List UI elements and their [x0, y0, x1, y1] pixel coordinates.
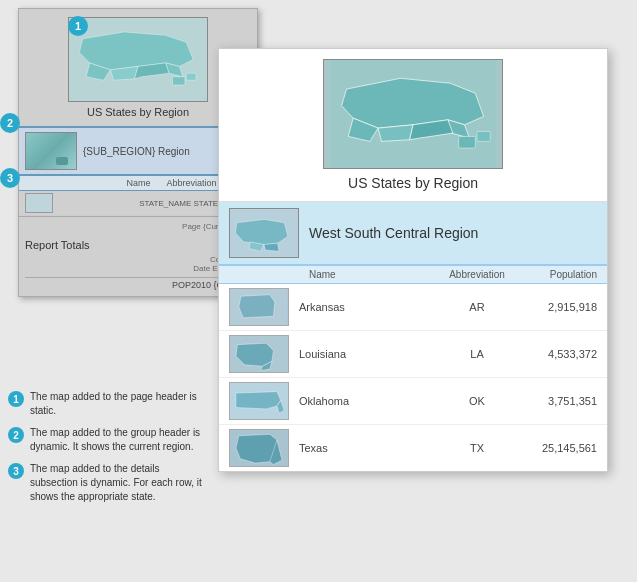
report-foreground: US States by Region West South Central R…	[218, 48, 608, 472]
fg-row-pop-1: 4,533,372	[517, 348, 597, 360]
svg-rect-7	[186, 73, 196, 80]
fg-row-name-3: Texas	[299, 442, 437, 454]
fg-col-name-header: Name	[229, 269, 437, 280]
fg-row-name-0: Arkansas	[299, 301, 437, 313]
fg-col-pop-header: Population	[517, 269, 597, 280]
bg-col-name: Name	[126, 178, 150, 188]
bg-page-title: US States by Region	[87, 106, 189, 118]
annotation-3: 3 The map added to the details subsectio…	[8, 462, 208, 504]
ann-text-1: The map added to the page header is stat…	[30, 390, 208, 418]
fg-row-abbr-3: TX	[447, 442, 507, 454]
svg-marker-12	[378, 125, 413, 142]
ann-text-3: The map added to the details subsection …	[30, 462, 208, 504]
fg-row-abbr-2: OK	[447, 395, 507, 407]
bg-main-map	[68, 17, 208, 102]
fg-row-map-0	[229, 288, 289, 326]
table-row: Texas TX 25,145,561	[219, 425, 607, 471]
svg-rect-6	[173, 77, 185, 85]
table-row: Louisiana LA 4,533,372	[219, 331, 607, 378]
fg-row-pop-2: 3,751,351	[517, 395, 597, 407]
ann-text-2: The map added to the group header is dyn…	[30, 426, 208, 454]
fg-row-pop-0: 2,915,918	[517, 301, 597, 313]
ann-badge-3: 3	[8, 463, 24, 479]
badge-1: 1	[68, 16, 88, 36]
svg-rect-14	[459, 136, 476, 148]
svg-rect-15	[477, 131, 490, 141]
fg-col-header: Name Abbreviation Population	[219, 265, 607, 284]
svg-marker-21	[239, 295, 275, 318]
badge-3: 3	[0, 168, 20, 188]
fg-col-abbr-header: Abbreviation	[437, 269, 517, 280]
svg-marker-17	[235, 219, 287, 244]
ann-badge-2: 2	[8, 427, 24, 443]
annotation-1: 1 The map added to the page header is st…	[8, 390, 208, 418]
table-row: Oklahoma OK 3,751,351	[219, 378, 607, 425]
fg-group-title: West South Central Region	[309, 225, 478, 241]
svg-marker-26	[236, 392, 281, 409]
bg-detail-map	[25, 193, 53, 213]
svg-marker-19	[264, 243, 279, 251]
fg-group-map	[229, 208, 299, 258]
bg-group-title: {SUB_REGION} Region	[83, 146, 190, 157]
fg-main-map	[323, 59, 503, 169]
annotations-section: 1 The map added to the page header is st…	[8, 390, 208, 512]
fg-row-name-1: Louisiana	[299, 348, 437, 360]
bg-group-map	[25, 132, 77, 170]
fg-row-name-2: Oklahoma	[299, 395, 437, 407]
fg-page-header: US States by Region	[219, 49, 607, 202]
fg-title: US States by Region	[348, 175, 478, 191]
fg-row-map-2	[229, 382, 289, 420]
fg-row-abbr-0: AR	[447, 301, 507, 313]
fg-row-map-3	[229, 429, 289, 467]
table-row: Arkansas AR 2,915,918	[219, 284, 607, 331]
badge-2: 2	[0, 113, 20, 133]
fg-row-pop-3: 25,145,561	[517, 442, 597, 454]
annotation-2: 2 The map added to the group header is d…	[8, 426, 208, 454]
fg-row-abbr-1: LA	[447, 348, 507, 360]
fg-row-map-1	[229, 335, 289, 373]
fg-group-header: West South Central Region	[219, 202, 607, 265]
bg-col-abbr: Abbreviation	[166, 178, 216, 188]
ann-badge-1: 1	[8, 391, 24, 407]
